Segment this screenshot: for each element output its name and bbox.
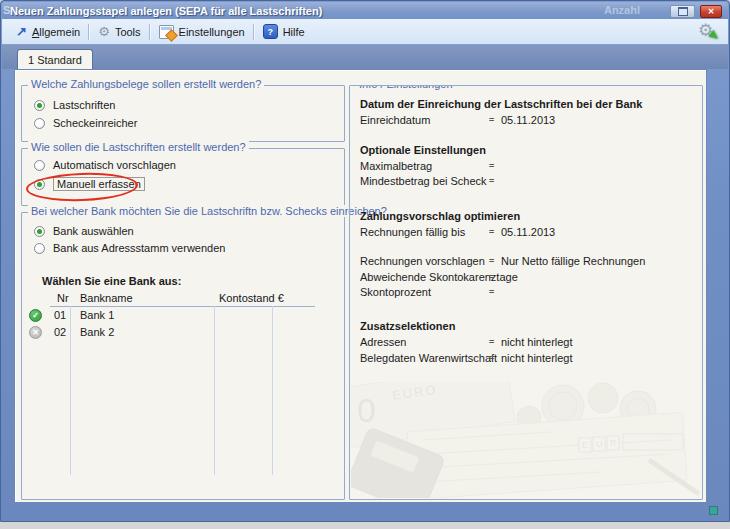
process-button[interactable]: ⚙ (698, 21, 718, 41)
radio-icon[interactable] (34, 226, 45, 237)
info-label: Mindestbetrag bei Scheck (360, 175, 487, 187)
info-value: 05.11.2013 (501, 226, 555, 238)
group-info-title: Info / Einstellungen (356, 85, 456, 90)
group-erstellung-title: Wie sollen die Lastschriften erstellt we… (28, 141, 249, 153)
info-heading: Zahlungsvorschlag optimieren (360, 210, 520, 222)
group-zahlungsbelege: Welche Zahlungsbelege sollen erstellt we… (21, 85, 345, 142)
euro-watermark: 0 EURO (351, 382, 701, 498)
info-value: nicht hinterlegt (501, 336, 573, 348)
toolbar-separator (88, 24, 90, 40)
tab-strip: 1 Standard (2, 46, 728, 69)
info-row: Adressen = nicht hinterlegt (360, 336, 696, 350)
info-label: Einreichdatum (360, 114, 430, 126)
window-title: Neuen Zahlungsstapel anlegen (SEPA für a… (10, 5, 322, 17)
radio-label: Automatisch vorschlagen (53, 159, 176, 171)
radio-icon[interactable] (34, 160, 45, 171)
einstellungen-button[interactable]: Einstellungen (154, 23, 250, 41)
close-button[interactable]: ✕ (700, 5, 722, 18)
background-window-artifact-right: Anzahl (604, 4, 640, 16)
tools-label: Tools (115, 26, 141, 38)
bank-row-nr: 02 (54, 326, 66, 338)
radio-icon[interactable] (34, 243, 45, 254)
equals-marker-icon: = (489, 287, 493, 297)
svg-text:U: U (596, 439, 603, 449)
radio-bank-adressstamm[interactable]: Bank aus Adressstamm verwenden (34, 241, 225, 255)
svg-text:R: R (610, 438, 617, 448)
screenshot-stage: S Neuen Zahlungsstapel anlegen (SEPA für… (0, 0, 730, 529)
bank-row-nr: 01 (54, 309, 66, 321)
info-label: Skontoprozent (360, 286, 431, 298)
column-header-kontostand[interactable]: Kontostand € (219, 292, 284, 304)
info-row: Rechnungen vorschlagen = Nur Netto fälli… (360, 255, 696, 269)
column-header-nr[interactable]: Nr (57, 292, 69, 304)
equals-marker-icon: = (489, 176, 493, 186)
allgemein-label: Allgemein (32, 26, 80, 38)
equals-marker-icon: = (489, 161, 493, 171)
info-value: Nur Netto fällige Rechnungen (501, 255, 645, 267)
radio-label: Bank aus Adressstamm verwenden (53, 242, 225, 254)
equals-marker-icon: = (489, 272, 493, 282)
svg-text:E: E (582, 440, 588, 450)
background-window-artifact: S (3, 4, 10, 16)
bank-row-name: Bank 1 (80, 309, 114, 321)
info-label: Rechnungen fällig bis (360, 226, 465, 238)
radio-icon[interactable] (34, 118, 45, 129)
info-row: Rechnungen fällig bis = 05.11.2013 (360, 226, 696, 240)
table-column-line (272, 306, 273, 475)
table-header-underline (50, 306, 315, 307)
toolbar-separator (253, 24, 255, 40)
radio-bank-auswaehlen[interactable]: Bank auswählen (34, 224, 134, 238)
title-bar: S Neuen Zahlungsstapel anlegen (SEPA für… (2, 2, 728, 19)
svg-text:0: 0 (357, 391, 376, 429)
allgemein-button[interactable]: ↗ Allgemein (11, 24, 85, 40)
hilfe-button[interactable]: ? Hilfe (258, 22, 310, 41)
info-label: Maximalbetrag (360, 160, 432, 172)
red-ellipse-annotation (26, 171, 139, 203)
info-label: Abweichende Skontokarenztage (360, 271, 518, 283)
radio-label: Bank auswählen (53, 225, 134, 237)
check-icon: ✓ (29, 309, 42, 322)
radio-lastschriften[interactable]: Lastschriften (34, 98, 115, 112)
info-row: Maximalbetrag = (360, 160, 696, 174)
cross-icon: ✕ (29, 326, 42, 339)
table-column-line (214, 306, 215, 475)
toolbar-separator (149, 24, 151, 40)
tab-standard[interactable]: 1 Standard (17, 49, 93, 70)
info-heading: Optionale Einstellungen (360, 144, 486, 156)
column-header-bankname[interactable]: Bankname (80, 292, 133, 304)
radio-scheckeinreicher[interactable]: Scheckeinreicher (34, 116, 137, 130)
close-icon: ✕ (708, 7, 715, 16)
resize-grip[interactable] (709, 506, 718, 515)
info-row: Skontoprozent = (360, 286, 696, 300)
equals-marker-icon: = (489, 115, 493, 125)
tools-button[interactable]: ⚙ Tools (93, 24, 145, 40)
restore-button[interactable] (670, 5, 695, 18)
radio-icon[interactable] (34, 100, 45, 111)
toolbar: ↗ Allgemein ⚙ Tools Einstellungen ? Hilf… (2, 19, 728, 45)
form-edit-icon (159, 25, 174, 39)
radio-label: Lastschriften (53, 99, 115, 111)
info-label: Belegdaten Warenwirtschaft (360, 352, 497, 364)
info-heading: Zusatzselektionen (360, 320, 455, 332)
gears-icon: ⚙ (98, 26, 110, 38)
equals-marker-icon: = (489, 337, 493, 347)
arrow-up-right-icon: ↗ (16, 26, 27, 37)
equals-marker-icon: = (489, 353, 493, 363)
bank-row-name: Bank 2 (80, 326, 114, 338)
radio-label: Scheckeinreicher (53, 117, 137, 129)
radio-automatisch[interactable]: Automatisch vorschlagen (34, 158, 176, 172)
group-info: Info / Einstellungen Datum der Einreichu… (349, 85, 703, 500)
group-erstellung: Wie sollen die Lastschriften erstellt we… (21, 148, 345, 206)
bank-table-caption: Wählen Sie eine Bank aus: (42, 275, 181, 287)
info-row: Einreichdatum = 05.11.2013 (360, 114, 696, 128)
info-label: Adressen (360, 336, 406, 348)
help-icon: ? (263, 24, 278, 39)
group-bank-title: Bei welcher Bank möchten Sie die Lastsch… (28, 205, 390, 217)
hilfe-label: Hilfe (283, 26, 305, 38)
group-bank: Bei welcher Bank möchten Sie die Lastsch… (21, 212, 345, 500)
info-row: Mindestbetrag bei Scheck = (360, 175, 696, 189)
info-value: 05.11.2013 (501, 114, 555, 126)
info-heading: Datum der Einreichung der Lastschriften … (360, 98, 642, 110)
info-value: nicht hinterlegt (501, 352, 573, 364)
app-window: S Neuen Zahlungsstapel anlegen (SEPA für… (0, 0, 730, 522)
